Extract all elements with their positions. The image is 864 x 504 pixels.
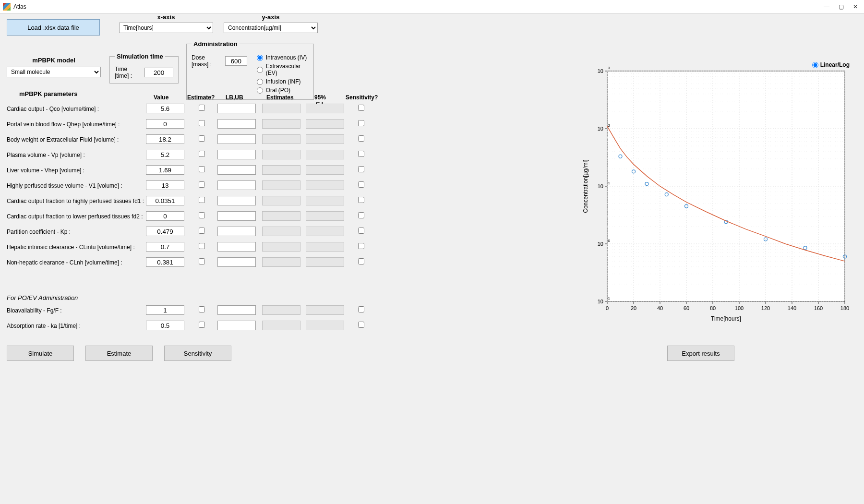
param-estimates-cell: [262, 119, 300, 129]
param-lbub-input[interactable]: [217, 119, 256, 129]
xaxis-block: x-axis Time[hours]: [119, 13, 213, 33]
administration-radios: Intravenous (IV) Extravascular (EV) Infu…: [257, 54, 309, 96]
xaxis-select[interactable]: Time[hours]: [119, 23, 213, 33]
param-estimates-cell: [262, 134, 300, 144]
param-sensitivity-check[interactable]: [358, 306, 364, 312]
maximize-button[interactable]: ▢: [838, 4, 844, 10]
param-value-input[interactable]: [146, 211, 184, 221]
minimize-button[interactable]: —: [824, 4, 829, 10]
param-label: Absorption rate - ka [1/time] :: [7, 323, 81, 329]
app-body: Load .xlsx data file x-axis Time[hours] …: [0, 13, 864, 504]
param-ci-cell: [306, 321, 344, 330]
param-ci-cell: [306, 227, 344, 236]
param-sensitivity-check[interactable]: [358, 135, 364, 142]
radio-iv[interactable]: [257, 55, 263, 61]
param-sensitivity-check[interactable]: [358, 105, 364, 111]
sim-time-input[interactable]: [144, 68, 173, 77]
param-estimate-check[interactable]: [199, 120, 205, 126]
param-value-input[interactable]: [146, 257, 184, 267]
param-estimates-cell: [262, 211, 300, 221]
radio-po[interactable]: [257, 87, 263, 94]
params-title: mPBPK parameters: [19, 90, 77, 97]
param-estimate-check[interactable]: [199, 166, 205, 172]
hdr-estimates: Estimates: [266, 94, 294, 101]
param-sensitivity-check[interactable]: [358, 120, 364, 126]
param-lbub-input[interactable]: [217, 104, 256, 113]
param-value-input[interactable]: [146, 165, 184, 175]
param-lbub-input[interactable]: [217, 305, 256, 315]
model-select[interactable]: Small molecule: [7, 67, 101, 77]
param-sensitivity-check[interactable]: [358, 228, 364, 234]
param-estimate-check[interactable]: [199, 197, 205, 203]
svg-text:0: 0: [608, 239, 611, 243]
param-lbub-input[interactable]: [217, 211, 256, 221]
param-lbub-input[interactable]: [217, 196, 256, 205]
param-sensitivity-check[interactable]: [358, 212, 364, 218]
param-sensitivity-check[interactable]: [358, 197, 364, 203]
param-value-input[interactable]: [146, 150, 184, 159]
param-sensitivity-check[interactable]: [358, 243, 364, 249]
svg-text:10: 10: [598, 183, 603, 189]
param-sensitivity-check[interactable]: [358, 151, 364, 157]
param-estimate-check[interactable]: [199, 105, 205, 111]
param-label: Portal vein blood flow - Qhep [volume/ti…: [7, 121, 120, 128]
param-estimate-check[interactable]: [199, 151, 205, 157]
param-estimate-check[interactable]: [199, 258, 205, 264]
svg-text:2: 2: [608, 123, 611, 128]
dose-input[interactable]: [225, 56, 247, 66]
administration-legend: Administration: [192, 40, 240, 48]
export-button[interactable]: Export results: [667, 346, 734, 361]
svg-text:-1: -1: [607, 296, 611, 300]
estimate-button[interactable]: Estimate: [85, 346, 153, 361]
close-button[interactable]: ✕: [852, 4, 858, 10]
param-lbub-input[interactable]: [217, 321, 256, 330]
param-estimate-check[interactable]: [199, 322, 205, 328]
param-sensitivity-check[interactable]: [358, 258, 364, 264]
param-sensitivity-check[interactable]: [358, 166, 364, 172]
param-estimate-check[interactable]: [199, 212, 205, 218]
param-lbub-input[interactable]: [217, 257, 256, 267]
param-sensitivity-check[interactable]: [358, 181, 364, 188]
param-sensitivity-check[interactable]: [358, 322, 364, 328]
param-value-input[interactable]: [146, 242, 184, 252]
param-value-input[interactable]: [146, 305, 184, 315]
param-estimate-check[interactable]: [199, 181, 205, 188]
param-estimates-cell: [262, 150, 300, 159]
param-value-input[interactable]: [146, 321, 184, 330]
param-estimate-check[interactable]: [199, 135, 205, 142]
param-estimates-cell: [262, 257, 300, 267]
param-lbub-input[interactable]: [217, 165, 256, 175]
radio-inf[interactable]: [257, 79, 263, 85]
param-lbub-input[interactable]: [217, 134, 256, 144]
svg-text:10: 10: [598, 241, 603, 247]
model-label: mPBPK model: [7, 57, 101, 64]
param-lbub-input[interactable]: [217, 242, 256, 252]
hdr-lbub: LB,UB: [226, 94, 243, 101]
param-value-input[interactable]: [146, 180, 184, 190]
param-estimate-check[interactable]: [199, 228, 205, 234]
param-value-input[interactable]: [146, 104, 184, 113]
svg-text:Time[hours]: Time[hours]: [711, 315, 741, 322]
svg-text:1: 1: [608, 181, 611, 185]
sensitivity-button[interactable]: Sensitivity: [164, 346, 231, 361]
yaxis-select[interactable]: Concentration[µg/ml]: [224, 23, 318, 33]
param-label: Hepatic intrinsic clearance - CLintu [vo…: [7, 244, 135, 251]
sim-time-fieldset: Simulation time Time [time] :: [109, 53, 179, 84]
load-data-button[interactable]: Load .xlsx data file: [7, 19, 100, 36]
svg-text:40: 40: [657, 305, 663, 311]
param-estimate-check[interactable]: [199, 243, 205, 249]
radio-ev[interactable]: [257, 67, 263, 73]
param-ci-cell: [306, 104, 344, 113]
param-lbub-input[interactable]: [217, 180, 256, 190]
param-label: Liver volume - Vhep [volume] :: [7, 167, 84, 174]
param-lbub-input[interactable]: [217, 227, 256, 236]
svg-text:140: 140: [788, 305, 796, 311]
param-value-input[interactable]: [146, 196, 184, 205]
param-value-input[interactable]: [146, 119, 184, 129]
param-lbub-input[interactable]: [217, 150, 256, 159]
param-value-input[interactable]: [146, 227, 184, 236]
simulate-button[interactable]: Simulate: [7, 346, 74, 361]
param-value-input[interactable]: [146, 134, 184, 144]
param-label: Bioavailability - Fg/F :: [7, 307, 62, 314]
param-estimate-check[interactable]: [199, 306, 205, 312]
